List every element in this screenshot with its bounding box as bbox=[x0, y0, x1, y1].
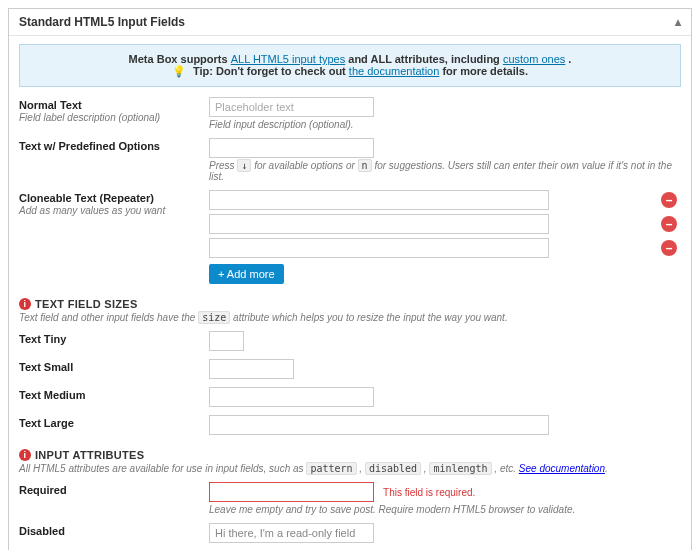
text-tiny-input[interactable] bbox=[209, 331, 244, 351]
text-medium-label: Text Medium bbox=[19, 389, 199, 401]
row-disabled: Disabled bbox=[9, 519, 691, 547]
clone-line: – bbox=[209, 190, 681, 210]
clone-line: – bbox=[209, 214, 681, 234]
required-error: This field is required. bbox=[383, 487, 475, 498]
panel-body: Meta Box supports ALL HTML5 input types … bbox=[9, 44, 691, 550]
predefined-input[interactable] bbox=[209, 138, 374, 158]
panel-title: Standard HTML5 Input Fields bbox=[19, 15, 185, 29]
disabled-label: Disabled bbox=[19, 525, 199, 537]
normal-text-sublabel: Field label description (optional) bbox=[19, 112, 199, 123]
normal-text-input[interactable] bbox=[209, 97, 374, 117]
bulb-icon: 💡 bbox=[172, 65, 190, 77]
disabled-input bbox=[209, 523, 374, 543]
remove-clone-button[interactable]: – bbox=[661, 216, 677, 232]
clone-line: – bbox=[209, 238, 681, 258]
remove-clone-button[interactable]: – bbox=[661, 192, 677, 208]
section-heading-sizes: i TEXT FIELD SIZES bbox=[19, 298, 681, 310]
text-large-input[interactable] bbox=[209, 415, 549, 435]
all-input-types-link[interactable]: ALL HTML5 input types bbox=[231, 53, 346, 65]
normal-text-hint: Field input description (optional). bbox=[209, 119, 681, 130]
panel-header[interactable]: Standard HTML5 Input Fields ▴ bbox=[9, 9, 691, 36]
info-text: Meta Box supports bbox=[129, 53, 231, 65]
cloneable-label: Cloneable Text (Repeater) bbox=[19, 192, 199, 204]
custom-ones-link[interactable]: custom ones bbox=[503, 53, 565, 65]
section-desc-sizes: Text field and other input fields have t… bbox=[19, 312, 681, 323]
text-medium-input[interactable] bbox=[209, 387, 374, 407]
info-icon: i bbox=[19, 449, 31, 461]
predefined-hint: Press ↓ for available options or n for s… bbox=[209, 160, 681, 182]
text-small-label: Text Small bbox=[19, 361, 199, 373]
clone-input[interactable] bbox=[209, 214, 549, 234]
row-predefined: Text w/ Predefined Options Press ↓ for a… bbox=[9, 134, 691, 186]
section-desc-attrs: All HTML5 attributes are available for u… bbox=[19, 463, 681, 474]
clone-input[interactable] bbox=[209, 238, 549, 258]
clone-input[interactable] bbox=[209, 190, 549, 210]
see-documentation-link[interactable]: See documentation bbox=[519, 463, 605, 474]
predefined-label: Text w/ Predefined Options bbox=[19, 140, 199, 152]
row-normal-text: Normal Text Field label description (opt… bbox=[9, 93, 691, 134]
remove-clone-button[interactable]: – bbox=[661, 240, 677, 256]
text-tiny-label: Text Tiny bbox=[19, 333, 199, 345]
text-large-label: Text Large bbox=[19, 417, 199, 429]
row-required: Required This field is required. Leave m… bbox=[9, 478, 691, 519]
info-icon: i bbox=[19, 298, 31, 310]
info-callout: Meta Box supports ALL HTML5 input types … bbox=[19, 44, 681, 87]
section-heading-attrs: i INPUT ATTRIBUTES bbox=[19, 449, 681, 461]
settings-panel: Standard HTML5 Input Fields ▴ Meta Box s… bbox=[8, 8, 692, 550]
required-label: Required bbox=[19, 484, 199, 496]
required-input[interactable] bbox=[209, 482, 374, 502]
collapse-icon[interactable]: ▴ bbox=[675, 15, 681, 29]
normal-text-label: Normal Text bbox=[19, 99, 199, 111]
cloneable-sublabel: Add as many values as you want bbox=[19, 205, 199, 216]
row-cloneable: Cloneable Text (Repeater) Add as many va… bbox=[9, 186, 691, 288]
documentation-link[interactable]: the documentation bbox=[349, 65, 440, 77]
text-small-input[interactable] bbox=[209, 359, 294, 379]
add-more-button[interactable]: + Add more bbox=[209, 264, 284, 284]
required-hint: Leave me empty and try to save post. Req… bbox=[209, 504, 681, 515]
